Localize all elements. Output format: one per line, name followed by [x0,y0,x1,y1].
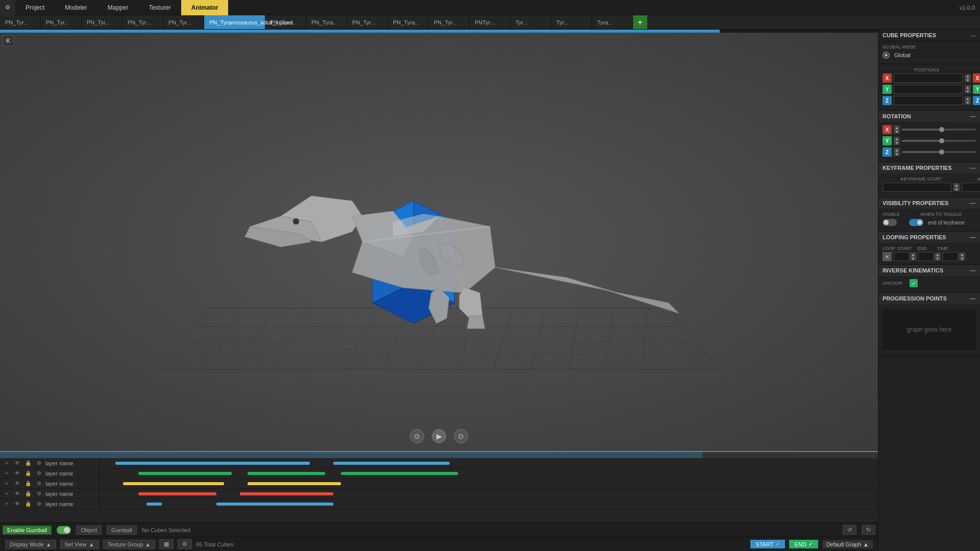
tl-eye-icon-0[interactable]: 👁 [13,459,21,467]
set-view-button[interactable]: Set View ▲ [60,540,99,549]
rotation-z-btn[interactable]: Z [883,147,892,157]
position-x-btn[interactable]: X [883,73,892,83]
rotation-z-down[interactable]: ▼ [894,152,900,156]
tl-lock-icon-2[interactable]: 🔒 [24,480,32,488]
keyframe-start-down[interactable]: ▼ [953,187,960,191]
file-tab-14[interactable]: Tyra... [592,15,633,30]
reset-view-button[interactable]: ↺ [843,525,856,535]
position-x-stepper[interactable]: ▲ ▼ [965,74,971,82]
position-x-down[interactable]: ▼ [965,78,971,82]
rotation-y-stepper[interactable]: ▲ ▼ [894,137,900,145]
tl-lock-icon-0[interactable]: 🔒 [24,459,32,467]
playback-play-button[interactable]: ▶ [432,429,446,443]
keyframe-start-input[interactable] [883,183,951,192]
tl-add-icon-1[interactable]: + [3,469,11,478]
loop-time-stepper[interactable]: ▲ ▼ [959,253,965,261]
position-x-input[interactable] [894,73,963,83]
object-button[interactable]: Object [76,525,102,535]
rotation-x-btn[interactable]: X [883,125,892,134]
position-z-btn[interactable]: Z [883,96,892,105]
loop-time-down[interactable]: ▼ [959,257,965,261]
file-tab-2[interactable]: PN_Tyr... [82,15,122,30]
file-tab-3[interactable]: PN_Tyr... [122,15,163,30]
file-tab-12[interactable]: Tyr... [510,15,551,30]
tl-settings-icon-4[interactable]: ⚙ [35,500,43,508]
tab-mapper[interactable]: Mapper [97,0,139,15]
position-y-btn[interactable]: Y [883,85,892,94]
tl-eye-icon-1[interactable]: 👁 [13,469,21,478]
position-y-stepper[interactable]: ▲ ▼ [965,85,971,93]
add-file-tab-button[interactable]: + [633,15,647,30]
position-y-input[interactable] [894,85,963,94]
rotation-z-stepper[interactable]: ▲ ▼ [894,148,900,156]
file-tab-11[interactable]: PNTyr... [470,15,510,30]
position-z-input[interactable] [894,96,963,105]
tl-add-icon-0[interactable]: + [3,459,11,467]
rotation-minimize-btn[interactable]: — [970,113,976,120]
tab-project[interactable]: Project [15,0,55,15]
timeline-scrubber[interactable] [0,452,878,458]
end-button[interactable]: END ✓ [789,540,818,548]
tab-texturer[interactable]: Texturer [138,0,181,15]
tl-settings-icon-2[interactable]: ⚙ [35,480,43,488]
file-tab-1[interactable]: PN_Tyr... [41,15,82,30]
rotation-y-slider[interactable] [902,136,976,145]
when-to-toggle-switch[interactable] [909,219,923,226]
file-tab-7[interactable]: PN_Tyra... [306,15,347,30]
position-z-stepper[interactable]: ▲ ▼ [965,96,971,105]
gumball-button[interactable]: Gumball [107,525,137,535]
file-tab-13[interactable]: Tyr... [551,15,592,30]
tab-animator[interactable]: Animator [181,0,229,15]
tl-lock-icon-4[interactable]: 🔒 [24,500,32,508]
tl-eye-icon-2[interactable]: 👁 [13,480,21,488]
looping-minimize-btn[interactable]: — [970,234,976,241]
3d-viewport[interactable]: K [0,33,878,451]
grid-icon-button[interactable]: ▦ [159,539,174,549]
timeline-track-0[interactable] [100,458,878,468]
display-mode-button[interactable]: Display Mode ▲ [5,540,56,549]
loop-start-input[interactable] [894,252,909,261]
position-z-down[interactable]: ▼ [965,101,971,105]
rotation-x-slider[interactable] [902,125,976,134]
file-tab-active[interactable]: PN_Tyrannosaurus_adult_injured [204,15,265,30]
rotation-y-down[interactable]: ▼ [894,141,900,145]
keyframe-length-input[interactable] [962,183,980,192]
tl-eye-icon-3[interactable]: 👁 [13,490,21,498]
playback-prev-button[interactable]: ⊙ [410,429,424,443]
position-y-down[interactable]: ▼ [965,89,971,93]
settings-icon-2[interactable]: ⚙ [178,539,192,549]
tl-settings-icon-3[interactable]: ⚙ [35,490,43,498]
enable-gumball-button[interactable]: Enable Gumball [3,525,52,535]
tl-settings-icon-1[interactable]: ⚙ [35,469,43,478]
tl-add-icon-2[interactable]: + [3,480,11,488]
file-tab-9[interactable]: PN_Tyra... [388,15,429,30]
rotation-x-down[interactable]: ▼ [894,130,900,134]
tl-add-icon-3[interactable]: + [3,490,11,498]
texture-group-button[interactable]: Texture Group ▲ [103,540,156,549]
tl-lock-icon-1[interactable]: 🔒 [24,469,32,478]
file-tab-10[interactable]: PN_Tyr... [429,15,470,30]
timeline-track-4[interactable] [100,499,878,509]
tl-lock-icon-3[interactable]: 🔒 [24,490,32,498]
tl-settings-icon-0[interactable]: ⚙ [35,459,43,467]
start-button[interactable]: START ✓ [750,540,785,548]
visible-toggle[interactable] [883,219,897,226]
tl-add-icon-4[interactable]: + [3,500,11,508]
file-tab-4[interactable]: PN_Tyr... [163,15,204,30]
ik-minimize-btn[interactable]: — [970,267,976,274]
loop-start-stepper[interactable]: ▲ ▼ [910,253,916,261]
redo-button[interactable]: ↻ [862,525,875,535]
file-tab-0[interactable]: PN_Tyr... [0,15,41,30]
tl-eye-icon-4[interactable]: 👁 [13,500,21,508]
settings-icon[interactable]: ⚙ [0,0,15,15]
keyframe-minimize-btn[interactable]: — [970,164,976,171]
default-graph-selector[interactable]: Default Graph ▲ [822,540,873,548]
timeline-track-3[interactable] [100,489,878,498]
timeline-track-1[interactable] [100,468,878,478]
loop-end-stepper[interactable]: ▲ ▼ [935,253,941,261]
timeline-track-2[interactable] [100,479,878,488]
loop-x-btn[interactable]: ✕ [883,252,892,261]
progression-minimize-btn[interactable]: — [970,295,976,302]
loop-end-down[interactable]: ▼ [935,257,941,261]
grow-y-btn[interactable]: Y [973,85,980,94]
